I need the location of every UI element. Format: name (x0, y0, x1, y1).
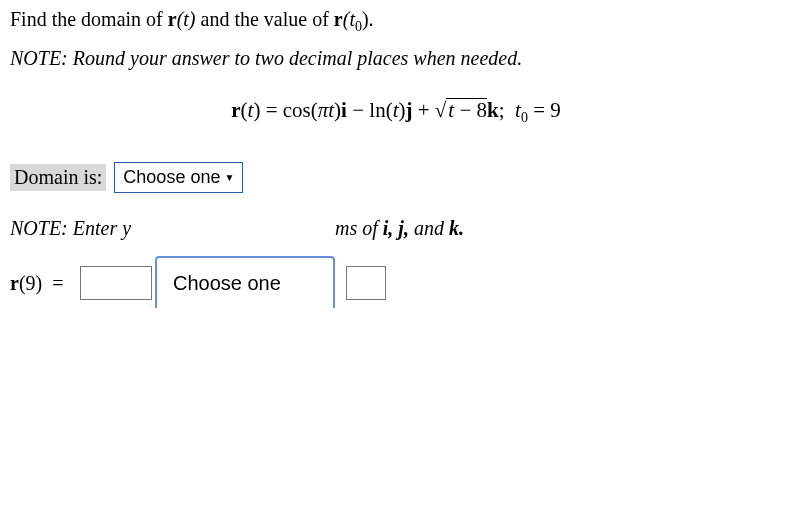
note2-before: NOTE: Enter y (10, 217, 155, 240)
equation: r(t) = cos(πt)i − ln(t)j + √t − 8k; t0 =… (10, 98, 782, 126)
equals: = (52, 272, 63, 295)
text-and: and the value of (196, 8, 334, 30)
domain-row: Domain is: Choose one ▼ (10, 162, 782, 193)
rt0-arg: (t (343, 8, 355, 30)
rt0-sub: 0 (355, 19, 362, 34)
rt-arg: (t) (177, 8, 196, 30)
r9-label: r(9) (10, 272, 42, 295)
note-row-2: NOTE: Enter y ms of i, j, and k. (10, 217, 782, 240)
text-find: Find the domain of (10, 8, 168, 30)
domain-label: Domain is: (10, 164, 106, 191)
note2-after: ms of i, j, and k. (335, 217, 464, 240)
domain-select[interactable]: Choose one ▼ (114, 162, 243, 193)
domain-select-text: Choose one (123, 167, 220, 188)
domain-dropdown-list: Choose one ( , ) [ , ] ( , ] [ , ) (155, 256, 335, 308)
r9-input-1[interactable] (80, 266, 152, 300)
r-bold-2: r (334, 8, 343, 30)
r9-input-2[interactable] (346, 266, 386, 300)
problem-line-1: Find the domain of r(t) and the value of… (10, 8, 782, 35)
dropdown-option-choose[interactable]: Choose one (157, 258, 333, 308)
note-line: NOTE: Round your answer to two decimal p… (10, 47, 782, 70)
chevron-down-icon: ▼ (224, 172, 234, 183)
r9-row: r(9) = (10, 266, 782, 300)
r-bold: r (168, 8, 177, 30)
rt0-close: ). (362, 8, 374, 30)
